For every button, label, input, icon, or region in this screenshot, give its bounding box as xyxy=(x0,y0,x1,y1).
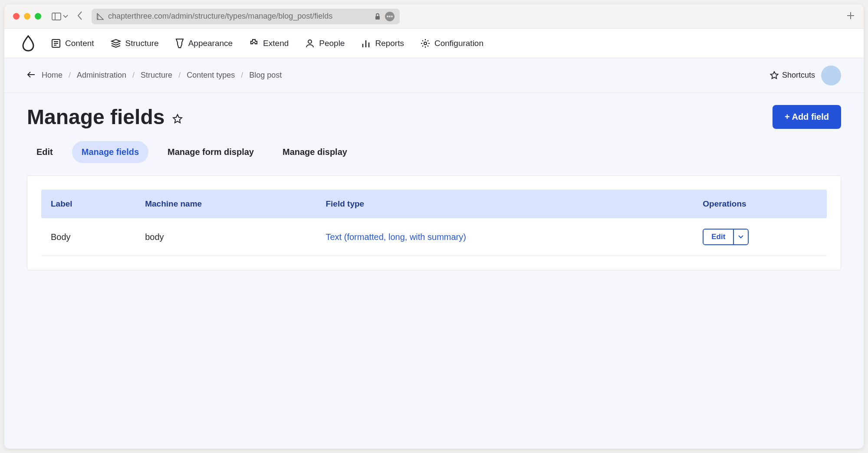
user-avatar[interactable] xyxy=(821,66,841,85)
toolbar-appearance[interactable]: Appearance xyxy=(175,38,233,49)
toolbar-label: Configuration xyxy=(434,39,483,48)
toolbar-label: Structure xyxy=(125,39,159,48)
page-header: Manage fields + Add field xyxy=(4,93,864,129)
star-icon xyxy=(770,71,779,80)
cell-label: Body xyxy=(41,218,135,256)
breadcrumb-back-button[interactable] xyxy=(27,71,36,80)
lock-icon xyxy=(375,13,381,20)
sidebar-toggle-button[interactable] xyxy=(52,13,68,20)
shortcuts-button[interactable]: Shortcuts xyxy=(770,71,815,80)
header-type[interactable]: Field type xyxy=(316,190,693,218)
operations-dropbutton: Edit xyxy=(703,229,749,245)
svg-rect-0 xyxy=(52,13,61,20)
svg-point-7 xyxy=(308,40,312,43)
toolbar-extend[interactable]: Extend xyxy=(249,39,289,48)
header-ops: Operations xyxy=(693,190,827,218)
secondary-bar: Home / Administration / Structure / Cont… xyxy=(4,58,864,93)
minimize-window-button[interactable] xyxy=(24,13,30,20)
browser-chrome: chapterthree.com/admin/structure/types/m… xyxy=(4,4,864,29)
cell-type-link[interactable]: Text (formatted, long, with summary) xyxy=(326,232,466,242)
toolbar-structure[interactable]: Structure xyxy=(111,39,159,48)
new-tab-button[interactable] xyxy=(846,11,855,22)
add-field-button[interactable]: + Add field xyxy=(773,105,841,129)
shortcuts-label: Shortcuts xyxy=(782,71,815,80)
breadcrumb-administration[interactable]: Administration xyxy=(77,71,126,80)
toolbar-label: Extend xyxy=(263,39,289,48)
configuration-icon xyxy=(421,39,430,48)
tab-manage-form-display[interactable]: Manage form display xyxy=(158,141,263,163)
appearance-icon xyxy=(175,38,184,49)
chevron-down-icon xyxy=(738,235,743,239)
toolbar-people[interactable]: People xyxy=(305,39,345,48)
edit-button[interactable]: Edit xyxy=(704,230,733,244)
chevron-down-icon xyxy=(63,15,68,18)
admin-toolbar: Content Structure Appe xyxy=(4,29,864,58)
toolbar-content[interactable]: Content xyxy=(51,39,94,48)
sidebar-icon xyxy=(52,13,61,20)
reports-icon xyxy=(361,39,371,48)
app-content: Content Structure Appe xyxy=(4,29,864,449)
breadcrumb-separator: / xyxy=(241,71,243,80)
breadcrumb-separator: / xyxy=(178,71,181,80)
toolbar-configuration[interactable]: Configuration xyxy=(421,39,483,48)
fields-table: Label Machine name Field type Operations… xyxy=(41,190,827,256)
toolbar-label: Content xyxy=(65,39,94,48)
tabs: Edit Manage fields Manage form display M… xyxy=(4,129,864,175)
traffic-lights xyxy=(13,13,41,20)
structure-icon xyxy=(111,39,121,48)
breadcrumb-separator: / xyxy=(69,71,71,80)
svg-rect-2 xyxy=(375,16,380,20)
breadcrumb-blog-post[interactable]: Blog post xyxy=(249,71,282,80)
favorite-button[interactable] xyxy=(172,105,183,129)
url-bar[interactable]: chapterthree.com/admin/structure/types/m… xyxy=(92,9,400,24)
cell-machine: body xyxy=(135,218,316,256)
content-icon xyxy=(51,39,61,48)
tab-manage-display[interactable]: Manage display xyxy=(273,141,357,163)
drupal-logo[interactable] xyxy=(22,35,35,52)
toolbar-label: Appearance xyxy=(188,39,233,48)
header-label[interactable]: Label xyxy=(41,190,135,218)
tab-manage-fields[interactable]: Manage fields xyxy=(72,141,148,163)
header-machine[interactable]: Machine name xyxy=(135,190,316,218)
people-icon xyxy=(305,39,315,48)
toolbar-reports[interactable]: Reports xyxy=(361,39,404,48)
close-window-button[interactable] xyxy=(13,13,20,20)
extend-icon xyxy=(249,39,259,48)
page-title-text: Manage fields xyxy=(27,105,164,129)
url-text: chapterthree.com/admin/structure/types/m… xyxy=(108,12,370,21)
tab-edit[interactable]: Edit xyxy=(27,141,62,163)
drop-icon xyxy=(22,35,35,52)
svg-point-11 xyxy=(424,42,427,45)
breadcrumb-home[interactable]: Home xyxy=(42,71,62,80)
breadcrumb-separator: / xyxy=(132,71,135,80)
browser-back-button[interactable] xyxy=(77,11,83,22)
toolbar-label: Reports xyxy=(375,39,404,48)
ruler-icon xyxy=(97,13,104,20)
table-row: Body body Text (formatted, long, with su… xyxy=(41,218,827,256)
breadcrumb-structure[interactable]: Structure xyxy=(141,71,172,80)
page-title: Manage fields xyxy=(27,105,183,129)
operations-toggle[interactable] xyxy=(733,230,748,244)
star-outline-icon xyxy=(172,114,183,124)
browser-window: chapterthree.com/admin/structure/types/m… xyxy=(4,4,864,449)
content-panel: Label Machine name Field type Operations… xyxy=(27,175,841,270)
breadcrumb-content-types[interactable]: Content types xyxy=(187,71,235,80)
url-more-button[interactable]: ••• xyxy=(385,12,395,21)
toolbar-label: People xyxy=(319,39,345,48)
maximize-window-button[interactable] xyxy=(35,13,41,20)
